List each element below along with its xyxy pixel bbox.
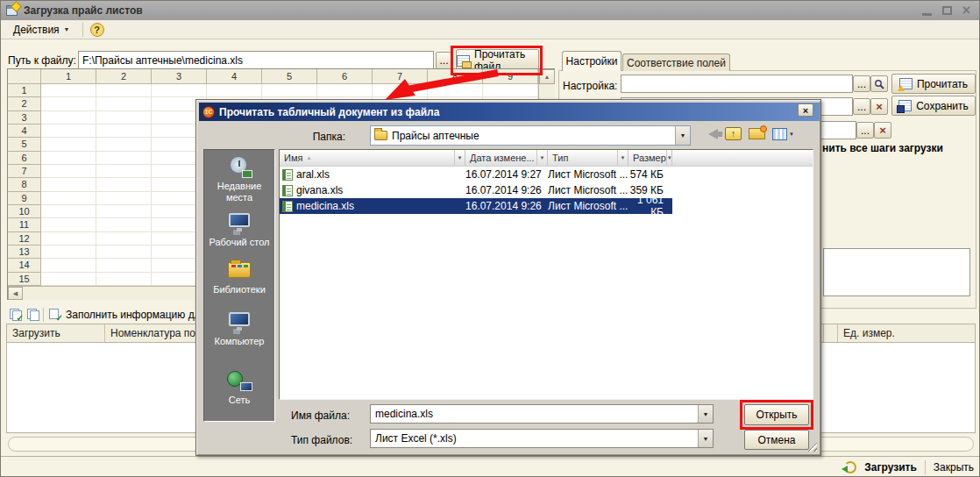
- views-button[interactable]: ▼: [772, 128, 794, 140]
- filetype-combobox[interactable]: Лист Excel (*.xls) ▼: [370, 429, 714, 448]
- grid-col-header[interactable]: 6: [317, 69, 373, 84]
- grid-cell[interactable]: [41, 178, 96, 191]
- grid-cell[interactable]: [96, 178, 152, 191]
- grid-cell[interactable]: [96, 273, 152, 286]
- grid-row-header[interactable]: 14: [8, 259, 41, 272]
- minimize-icon[interactable]: [922, 13, 932, 16]
- grid-cell[interactable]: [41, 152, 96, 165]
- filter-icon[interactable]: ▼: [617, 150, 628, 166]
- partial-field[interactable]: [823, 248, 970, 296]
- column-header-name[interactable]: Имя ▲ ▼: [280, 150, 465, 166]
- dialog-close-icon[interactable]: ×: [798, 103, 813, 117]
- filter-icon[interactable]: ▼: [536, 150, 547, 166]
- sidebar-item-libraries[interactable]: Библиотеки: [204, 259, 274, 295]
- back-icon[interactable]: [708, 129, 718, 139]
- grid-cell[interactable]: [96, 165, 152, 178]
- sidebar-item-desktop[interactable]: Рабочий стол: [204, 211, 274, 248]
- grid-col-header[interactable]: 7: [373, 69, 428, 84]
- settings-save-button[interactable]: Сохранить: [891, 96, 976, 116]
- path-input[interactable]: [78, 51, 434, 70]
- up-level-icon[interactable]: ↑: [725, 127, 742, 140]
- grid-cell[interactable]: [41, 97, 96, 110]
- scroll-left-icon[interactable]: ◀: [8, 287, 23, 300]
- grid-row-header[interactable]: 11: [8, 218, 41, 231]
- setting-search-button[interactable]: [870, 75, 888, 92]
- column-header-date[interactable]: Дата измене... ▼: [465, 150, 548, 166]
- new-folder-icon[interactable]: [749, 128, 765, 139]
- clear-icon-2[interactable]: ×: [874, 122, 891, 139]
- tab-field-mapping[interactable]: Соответствие полей: [622, 53, 730, 71]
- filename-dropdown-icon[interactable]: ▼: [698, 405, 713, 423]
- sidebar-item-recent[interactable]: Недавние места: [204, 155, 274, 203]
- grid-row-header[interactable]: 4: [8, 125, 41, 138]
- folder-combobox[interactable]: Прайсы аптечные ▼: [370, 125, 691, 146]
- setting-browse-button[interactable]: ...: [853, 75, 870, 92]
- uncheck-all-icon[interactable]: [25, 309, 39, 321]
- column-header-size[interactable]: Размер ▼: [628, 150, 672, 166]
- setting-browse-button-3[interactable]: ...: [856, 122, 874, 139]
- grid-cell[interactable]: [41, 246, 96, 259]
- grid-cell[interactable]: [41, 232, 96, 246]
- check-all-icon[interactable]: ✓: [8, 309, 22, 321]
- grid-cell[interactable]: [96, 259, 152, 272]
- grid-cell[interactable]: [96, 152, 152, 165]
- grid-row-header[interactable]: 1: [8, 84, 41, 97]
- grid-col-header[interactable]: 1: [41, 69, 96, 84]
- grid-cell[interactable]: [152, 84, 207, 97]
- grid-row-header[interactable]: 10: [8, 205, 41, 218]
- column-header-type[interactable]: Тип ▼: [548, 150, 628, 166]
- grid-cell[interactable]: [373, 84, 428, 97]
- grid-cell[interactable]: [96, 205, 152, 218]
- file-row[interactable]: givana.xls16.07.2014 9:26Лист Microsoft …: [280, 182, 813, 198]
- file-row[interactable]: medicina.xls16.07.2014 9:26Лист Microsof…: [280, 198, 672, 214]
- grid-row-header[interactable]: 12: [8, 232, 41, 246]
- grid-cell[interactable]: [41, 218, 96, 231]
- column-header-load[interactable]: Загрузить: [7, 324, 105, 342]
- grid-col-header[interactable]: 2: [96, 69, 152, 84]
- grid-cell[interactable]: [96, 111, 152, 125]
- help-icon[interactable]: ?: [90, 23, 104, 37]
- grid-cell[interactable]: [41, 138, 96, 151]
- filter-icon[interactable]: ▼: [666, 150, 672, 166]
- column-header-blank[interactable]: [824, 324, 838, 342]
- grid-row-header[interactable]: 8: [8, 178, 41, 191]
- settings-read-button[interactable]: Прочитать: [891, 74, 976, 94]
- grid-cell[interactable]: [96, 246, 152, 259]
- grid-cell[interactable]: [41, 84, 96, 97]
- column-header-unit[interactable]: Ед. измер.: [838, 324, 975, 342]
- grid-cell[interactable]: [96, 97, 152, 110]
- tab-settings[interactable]: Настройки: [562, 51, 621, 71]
- filter-icon[interactable]: ▼: [454, 150, 465, 166]
- grid-cell[interactable]: [41, 205, 96, 218]
- file-row[interactable]: aral.xls16.07.2014 9:27Лист Microsoft ..…: [280, 167, 813, 182]
- fill-info-button[interactable]: ✓ Заполнить информацию дл: [47, 309, 201, 321]
- grid-cell[interactable]: [41, 273, 96, 286]
- grid-cell[interactable]: [483, 84, 538, 97]
- grid-cell[interactable]: [41, 192, 96, 205]
- actions-menu[interactable]: Действия ▼: [8, 22, 75, 38]
- folder-dropdown-icon[interactable]: ▼: [675, 126, 690, 145]
- grid-cell[interactable]: [96, 232, 152, 246]
- grid-cell[interactable]: [428, 84, 483, 97]
- grid-row-header[interactable]: 3: [8, 111, 41, 125]
- grid-cell[interactable]: [96, 192, 152, 205]
- grid-cell[interactable]: [96, 218, 152, 231]
- load-button[interactable]: Загрузить: [864, 461, 916, 473]
- grid-cell[interactable]: [262, 84, 317, 97]
- grid-col-header[interactable]: 4: [207, 69, 262, 84]
- grid-col-header[interactable]: 3: [152, 69, 207, 84]
- maximize-icon[interactable]: [942, 6, 952, 15]
- filename-combobox[interactable]: medicina.xls ▼: [370, 404, 714, 424]
- grid-row-header[interactable]: 15: [8, 273, 41, 286]
- grid-row-header[interactable]: 2: [8, 97, 41, 110]
- grid-row-header[interactable]: 6: [8, 152, 41, 165]
- setting-browse-button-2[interactable]: ...: [853, 98, 870, 115]
- sidebar-item-network[interactable]: Сеть: [204, 369, 274, 406]
- clear-icon[interactable]: ×: [870, 98, 888, 115]
- grid-cell[interactable]: [207, 84, 262, 97]
- grid-cell[interactable]: [41, 111, 96, 125]
- grid-row-header[interactable]: 5: [8, 138, 41, 151]
- grid-row-header[interactable]: 7: [8, 165, 41, 178]
- grid-row-header[interactable]: 13: [8, 246, 41, 259]
- close-button[interactable]: Закрыть: [934, 461, 974, 473]
